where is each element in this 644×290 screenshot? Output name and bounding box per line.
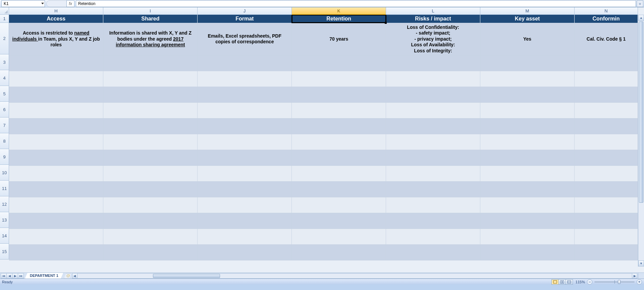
view-page-layout-button[interactable] <box>558 279 566 285</box>
vertical-scrollbar[interactable]: ▲ ▼ <box>638 15 644 267</box>
cell-H11[interactable] <box>9 182 103 197</box>
cell-K13[interactable] <box>292 213 386 229</box>
chevron-down-icon[interactable] <box>41 3 44 4</box>
row-header-7[interactable]: 7 <box>0 117 9 133</box>
scroll-right-button[interactable]: ▶ <box>632 273 637 279</box>
cell-L12[interactable] <box>386 197 480 213</box>
cell-M8[interactable] <box>480 134 575 150</box>
scroll-down-button[interactable]: ▼ <box>638 260 644 267</box>
cell-L5[interactable] <box>386 87 480 103</box>
cell-L9[interactable] <box>386 150 480 166</box>
cell-I14[interactable] <box>103 229 198 245</box>
cell-I8[interactable] <box>103 134 198 150</box>
cell-I4[interactable] <box>103 71 198 87</box>
cell-N9[interactable] <box>575 150 638 166</box>
cell-L2[interactable]: Loss of Confidentiality:- safety impact;… <box>386 23 480 55</box>
cell-N14[interactable] <box>575 229 638 245</box>
cell-J2[interactable]: Emails, Excel spreadsheets, PDF copies o… <box>198 23 292 55</box>
cell-H12[interactable] <box>9 197 103 213</box>
cell-H6[interactable] <box>9 103 103 118</box>
cell-H2[interactable]: Access is restricted to named individual… <box>9 23 103 55</box>
cell-J8[interactable] <box>198 134 292 150</box>
cell-K5[interactable] <box>292 87 386 103</box>
cell-K8[interactable] <box>292 134 386 150</box>
cell-L14[interactable] <box>386 229 480 245</box>
row-header-9[interactable]: 9 <box>0 149 9 165</box>
cell-H14[interactable] <box>9 229 103 245</box>
scroll-up-button[interactable]: ▲ <box>638 15 644 21</box>
cell-H15[interactable] <box>9 245 103 260</box>
header-cell-K[interactable]: Retention <box>292 15 386 23</box>
cell-M2[interactable]: Yes <box>480 23 575 55</box>
cell-K15[interactable] <box>292 245 386 260</box>
cell-J3[interactable] <box>198 55 292 71</box>
cell-M7[interactable] <box>480 118 575 134</box>
cell-M3[interactable] <box>480 55 575 71</box>
row-header-13[interactable]: 13 <box>0 212 9 228</box>
column-header-N[interactable]: N <box>575 7 638 15</box>
header-cell-L[interactable]: Risks / impact <box>386 15 480 23</box>
zoom-slider[interactable] <box>594 281 635 283</box>
fx-button[interactable]: fx <box>66 0 74 7</box>
cell-I10[interactable] <box>103 166 198 182</box>
cell-N3[interactable] <box>575 55 638 71</box>
cell-I6[interactable] <box>103 103 198 118</box>
cell-I5[interactable] <box>103 87 198 103</box>
scroll-left-button[interactable]: ◀ <box>72 273 77 279</box>
cell-J15[interactable] <box>198 245 292 260</box>
row-header-15[interactable]: 15 <box>0 244 9 259</box>
cell-I9[interactable] <box>103 150 198 166</box>
horizontal-scrollbar[interactable]: ◀ ▶ <box>72 273 637 279</box>
cell-N13[interactable] <box>575 213 638 229</box>
row-header-2[interactable]: 2 <box>0 23 9 54</box>
cell-I11[interactable] <box>103 182 198 197</box>
cell-K12[interactable] <box>292 197 386 213</box>
formula-bar-expand-button[interactable] <box>637 0 643 7</box>
cell-J7[interactable] <box>198 118 292 134</box>
cell-L13[interactable] <box>386 213 480 229</box>
cell-J13[interactable] <box>198 213 292 229</box>
cell-H9[interactable] <box>9 150 103 166</box>
cell-L15[interactable] <box>386 245 480 260</box>
column-header-H[interactable]: H <box>9 7 103 15</box>
row-header-3[interactable]: 3 <box>0 54 9 70</box>
zoom-slider-knob[interactable] <box>618 280 621 284</box>
cell-N15[interactable] <box>575 245 638 260</box>
cell-N11[interactable] <box>575 182 638 197</box>
tab-nav-last-button[interactable]: ⏭ <box>18 273 24 279</box>
column-header-K[interactable]: K <box>292 7 386 15</box>
cell-L10[interactable] <box>386 166 480 182</box>
cell-M15[interactable] <box>480 245 575 260</box>
row-header-12[interactable]: 12 <box>0 196 9 212</box>
row-header-10[interactable]: 10 <box>0 165 9 181</box>
cell-K4[interactable] <box>292 71 386 87</box>
tab-nav-next-button[interactable]: ▶ <box>12 273 18 279</box>
row-header-5[interactable]: 5 <box>0 86 9 102</box>
cell-H13[interactable] <box>9 213 103 229</box>
header-cell-H[interactable]: Access <box>9 15 103 23</box>
cell-J14[interactable] <box>198 229 292 245</box>
row-header-6[interactable]: 6 <box>0 102 9 117</box>
column-header-L[interactable]: L <box>386 7 480 15</box>
tab-nav-prev-button[interactable]: ◀ <box>6 273 12 279</box>
cell-K2[interactable]: 70 years <box>292 23 386 55</box>
new-sheet-button[interactable] <box>64 273 71 279</box>
cell-N6[interactable] <box>575 103 638 118</box>
row-header-8[interactable]: 8 <box>0 133 9 149</box>
cell-M14[interactable] <box>480 229 575 245</box>
view-normal-button[interactable] <box>551 279 559 285</box>
cell-L11[interactable] <box>386 182 480 197</box>
cell-H4[interactable] <box>9 71 103 87</box>
horizontal-scroll-thumb[interactable] <box>153 274 220 278</box>
cell-J12[interactable] <box>198 197 292 213</box>
cell-I13[interactable] <box>103 213 198 229</box>
row-header-1[interactable]: 1 <box>0 15 9 23</box>
cell-grid[interactable]: AccessSharedFormatRetentionRisks / impac… <box>9 15 638 267</box>
cell-K14[interactable] <box>292 229 386 245</box>
cell-M10[interactable] <box>480 166 575 182</box>
cell-J10[interactable] <box>198 166 292 182</box>
cell-N8[interactable] <box>575 134 638 150</box>
cell-H10[interactable] <box>9 166 103 182</box>
cell-K6[interactable] <box>292 103 386 118</box>
vertical-scroll-thumb[interactable] <box>639 21 643 203</box>
